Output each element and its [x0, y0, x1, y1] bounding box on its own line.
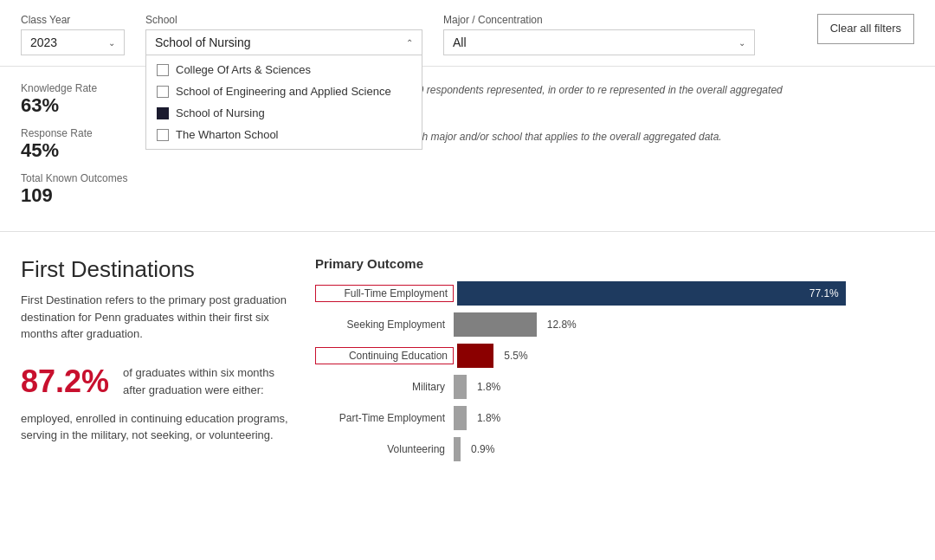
clear-filters-button[interactable]: Clear all filters	[817, 14, 914, 44]
filters-bar: Class Year 2023 ⌄ School School of Nursi…	[0, 0, 935, 67]
big-stat-row: 87.2% of graduates within six months aft…	[21, 364, 298, 400]
first-dest-left: First Destinations First Destination ref…	[21, 256, 315, 468]
bar-parttime	[454, 406, 467, 430]
bar-label-fulltime: Full-Time Employment	[315, 285, 454, 302]
section-title: First Destinations	[21, 256, 298, 283]
school-select[interactable]: School of Nursing ⌃	[145, 29, 422, 55]
checkbox-wharton	[157, 129, 169, 141]
dropdown-item-wharton-label: The Wharton School	[176, 128, 279, 141]
bottom-desc: employed, enrolled in continuing educati…	[21, 410, 298, 444]
bar-pct-parttime: 1.8%	[477, 412, 500, 424]
bar-row-parttime: Part-Time Employment 1.8%	[315, 406, 914, 430]
bar-pct-seeking: 12.8%	[547, 319, 577, 331]
bar-fulltime: 77.1%	[457, 281, 846, 306]
bar-row-military: Military 1.8%	[315, 375, 914, 399]
dropdown-item-nursing[interactable]: School of Nursing	[146, 102, 422, 124]
major-filter: Major / Concentration All ⌄	[443, 14, 755, 55]
big-stat-desc: of graduates within six months after gra…	[123, 364, 298, 398]
school-filter: School School of Nursing ⌃ College Of Ar…	[145, 14, 422, 55]
bar-label-seeking: Seeking Employment	[315, 319, 454, 331]
bar-container-military: 1.8%	[454, 375, 914, 399]
bar-volunteering	[454, 437, 461, 461]
chevron-down-icon: ⌄	[108, 38, 115, 48]
bar-label-parttime: Part-Time Employment	[315, 412, 454, 424]
bar-label-volunteering: Volunteering	[315, 443, 454, 455]
bar-container-parttime: 1.8%	[454, 406, 914, 430]
dropdown-item-arts[interactable]: College Of Arts & Sciences	[146, 59, 422, 80]
dropdown-item-nursing-label: School of Nursing	[176, 106, 265, 119]
class-year-label: Class Year	[21, 14, 125, 26]
bar-row-volunteering: Volunteering 0.9%	[315, 437, 914, 461]
total-outcomes-stat: Total Known Outcomes 109	[21, 172, 177, 207]
checkbox-engineering	[157, 86, 169, 98]
total-outcomes-value: 109	[21, 184, 177, 207]
first-destinations-section: First Destinations First Destination ref…	[0, 239, 935, 486]
total-outcomes-label: Total Known Outcomes	[21, 172, 177, 184]
major-select[interactable]: All ⌄	[443, 29, 755, 55]
bar-row-fulltime: Full-Time Employment 77.1%	[315, 281, 914, 306]
dropdown-item-arts-label: College Of Arts & Sciences	[176, 63, 311, 76]
class-year-select[interactable]: 2023 ⌄	[21, 29, 125, 55]
section-divider	[0, 231, 935, 232]
school-dropdown-menu: College Of Arts & Sciences School of Eng…	[145, 55, 422, 150]
bar-label-military: Military	[315, 381, 454, 393]
bar-container-seeking: 12.8%	[454, 312, 914, 337]
chart-area: Primary Outcome Full-Time Employment 77.…	[315, 256, 914, 468]
chevron-down-icon-major: ⌄	[738, 38, 745, 48]
section-desc: First Destination refers to the primary …	[21, 292, 298, 343]
big-percent: 87.2%	[21, 364, 109, 400]
checkbox-nursing	[157, 107, 169, 119]
chevron-up-icon: ⌃	[406, 38, 413, 48]
major-label: Major / Concentration	[443, 14, 755, 26]
bar-container-fulltime: 77.1%	[457, 281, 914, 306]
bar-container-continuing: 5.5%	[457, 344, 914, 368]
bar-seeking	[454, 312, 537, 337]
bar-row-seeking: Seeking Employment 12.8%	[315, 312, 914, 337]
class-year-value: 2023	[30, 35, 57, 49]
stats-panel: Knowledge Rate 63% Response Rate 45% Tot…	[0, 74, 935, 224]
bar-pct-volunteering: 0.9%	[471, 443, 494, 455]
bar-container-volunteering: 0.9%	[454, 437, 914, 461]
dropdown-item-engineering[interactable]: School of Engineering and Applied Scienc…	[146, 80, 422, 102]
dropdown-item-engineering-label: School of Engineering and Applied Scienc…	[176, 85, 391, 98]
class-year-filter: Class Year 2023 ⌄	[21, 14, 125, 55]
bar-label-continuing: Continuing Education	[315, 347, 454, 364]
major-value: All	[453, 35, 467, 49]
chart-title: Primary Outcome	[315, 256, 914, 271]
school-label: School	[145, 14, 422, 26]
bar-pct-military: 1.8%	[477, 381, 500, 393]
bar-row-continuing: Continuing Education 5.5%	[315, 344, 914, 368]
bar-military	[454, 375, 467, 399]
dropdown-item-wharton[interactable]: The Wharton School	[146, 124, 422, 145]
bar-pct-continuing: 5.5%	[504, 350, 527, 362]
bar-continuing	[457, 344, 493, 368]
checkbox-arts	[157, 64, 169, 76]
school-value: School of Nursing	[155, 35, 251, 49]
